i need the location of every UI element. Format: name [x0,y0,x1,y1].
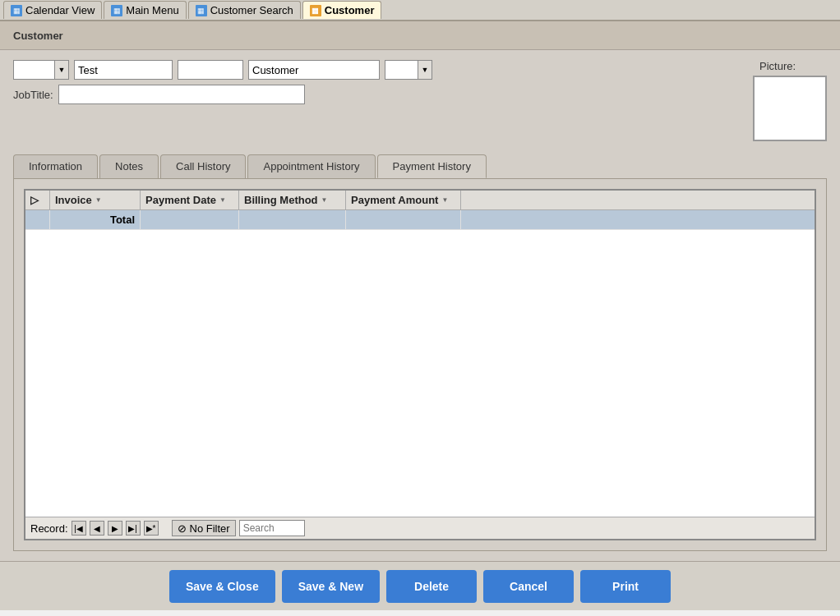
first-name-input[interactable] [74,60,173,80]
last-name-input[interactable] [248,60,380,80]
suffix-input[interactable] [385,60,418,80]
customer-icon: ▦ [310,5,321,16]
main-menu-icon: ▦ [111,5,122,16]
customer-form-top: ▼ ▼ JobTitle: Picture: [13,60,827,141]
no-filter-btn[interactable]: ⊘ No Filter [172,520,236,536]
delete-button[interactable]: Delete [386,570,477,603]
inner-tab-bar: Information Notes Call History Appointme… [13,154,827,178]
billing-method-sort-icon: ▼ [321,196,328,204]
tab-call-history[interactable]: Call History [160,154,246,178]
picture-label: Picture: [759,60,796,72]
payment-history-content: ▷ Invoice ▼ Payment Date ▼ Billing Metho… [13,178,827,551]
inner-tabs-container: Information Notes Call History Appointme… [13,154,827,551]
table-body: Total [25,210,815,517]
payment-date-sort-icon: ▼ [219,196,226,204]
customer-search-icon: ▦ [196,5,207,16]
print-button[interactable]: Print [580,570,671,603]
job-title-row: JobTitle: [13,85,746,104]
calendar-view-icon: ▦ [11,5,22,16]
total-payment-date-cell [141,210,239,229]
filter-icon: ⊘ [178,522,187,535]
save-close-button[interactable]: Save & Close [169,570,275,603]
tab-appointment-history[interactable]: Appointment History [247,154,375,178]
tab-information[interactable]: Information [13,154,98,178]
window-title: Customer [0,21,840,50]
suffix-dropdown-btn[interactable]: ▼ [418,60,432,80]
tab-customer-search-label: Customer Search [210,4,293,16]
tab-calendar-view[interactable]: ▦ Calendar View [3,1,102,19]
tab-customer-label: Customer [325,4,375,16]
table-row[interactable]: Total [25,210,815,230]
table-header: ▷ Invoice ▼ Payment Date ▼ Billing Metho… [25,191,815,210]
name-row: ▼ ▼ [13,60,746,80]
cancel-button[interactable]: Cancel [483,570,574,603]
tab-main-menu-label: Main Menu [126,4,178,16]
record-navigator: Record: |◀ ◀ ▶ ▶| ▶* ⊘ No Filter [25,517,815,539]
bottom-bar: Save & Close Save & New Delete Cancel Pr… [0,561,840,610]
job-title-label: JobTitle: [13,89,53,101]
payment-history-table: ▷ Invoice ▼ Payment Date ▼ Billing Metho… [24,189,816,540]
tab-customer[interactable]: ▦ Customer [302,1,382,19]
invoice-sort-icon: ▼ [95,196,102,204]
total-billing-method-cell [239,210,346,229]
customer-form-fields: ▼ ▼ JobTitle: [13,60,746,104]
payment-date-column-header[interactable]: Payment Date ▼ [141,191,239,209]
save-new-button[interactable]: Save & New [282,570,380,603]
row-indicator-cell [25,210,50,229]
record-label: Record: [30,522,68,535]
nav-first-btn[interactable]: |◀ [72,521,86,536]
tab-calendar-view-label: Calendar View [25,4,95,16]
tab-notes[interactable]: Notes [99,154,159,178]
job-title-input[interactable] [58,85,305,104]
invoice-column-header[interactable]: Invoice ▼ [50,191,141,209]
total-payment-amount-cell [346,210,461,229]
suffix-combo[interactable]: ▼ [385,60,432,80]
nav-prev-btn[interactable]: ◀ [90,521,104,536]
row-indicator-header: ▷ [25,191,50,209]
picture-box[interactable] [753,76,827,141]
billing-method-column-header[interactable]: Billing Method ▼ [239,191,346,209]
picture-area: Picture: [753,60,827,141]
nav-next-btn[interactable]: ▶ [108,521,122,536]
prefix-dropdown-btn[interactable]: ▼ [54,60,69,80]
tab-payment-history[interactable]: Payment History [377,154,487,178]
row-indicator-icon: ▷ [30,194,39,206]
payment-amount-sort-icon: ▼ [441,196,448,204]
nav-new-btn[interactable]: ▶* [144,521,159,536]
payment-amount-column-header[interactable]: Payment Amount ▼ [346,191,461,209]
nav-last-btn[interactable]: ▶| [126,521,141,536]
middle-name-input[interactable] [178,60,243,80]
top-tab-bar: ▦ Calendar View ▦ Main Menu ▦ Customer S… [0,0,840,21]
total-cell: Total [50,210,141,229]
main-content: ▼ ▼ JobTitle: Picture: [0,50,840,561]
tab-customer-search[interactable]: ▦ Customer Search [188,1,301,19]
prefix-combo[interactable]: ▼ [13,60,69,80]
prefix-input[interactable] [13,60,54,80]
record-search-input[interactable] [239,520,305,536]
tab-main-menu[interactable]: ▦ Main Menu [104,1,186,19]
